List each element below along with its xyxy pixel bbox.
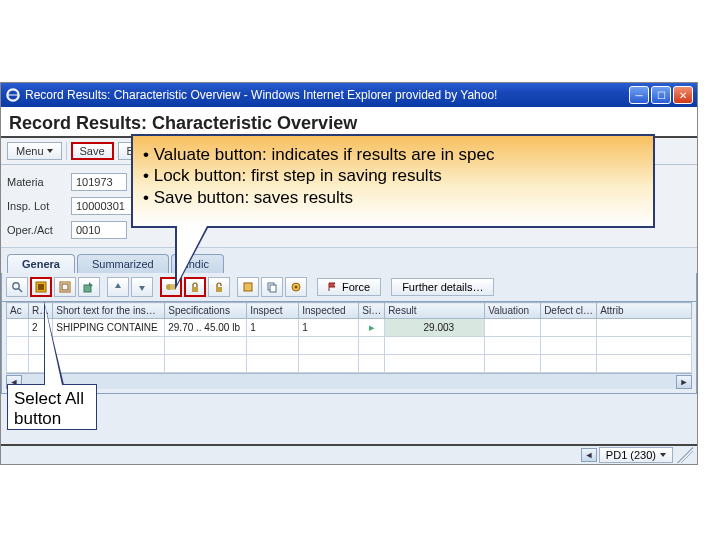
ie-icon	[5, 87, 21, 103]
scroll-right-button[interactable]: ►	[676, 375, 692, 389]
material-field[interactable]	[71, 173, 127, 191]
export-icon[interactable]	[78, 277, 100, 297]
svg-rect-7	[84, 285, 91, 292]
oper-field[interactable]	[71, 221, 127, 239]
insplot-field[interactable]	[71, 197, 137, 215]
detail-icon[interactable]	[237, 277, 259, 297]
status-ok-icon: ▸	[369, 321, 375, 333]
deselect-all-icon[interactable]	[54, 277, 76, 297]
table-row	[7, 337, 692, 355]
tabs: Genera Summarized Indic	[1, 247, 697, 273]
svg-point-1	[13, 283, 19, 289]
system-status[interactable]: PD1 (230)	[599, 447, 673, 463]
svg-rect-14	[270, 285, 276, 292]
annotation-callout: • Valuate button: indicates if results a…	[131, 134, 655, 228]
col-attrib[interactable]: Attrib	[597, 303, 692, 319]
svg-point-16	[295, 286, 298, 289]
svg-rect-12	[244, 283, 252, 291]
svg-rect-6	[62, 284, 68, 290]
material-label: Materia	[7, 176, 63, 188]
tab-general[interactable]: Genera	[7, 254, 75, 273]
insplot-label: Insp. Lot	[7, 200, 63, 212]
window-title: Record Results: Characteristic Overview …	[25, 88, 497, 102]
table-row[interactable]: 2 SHIPPING CONTAINE 29.70 .. 45.00 lb 1 …	[7, 319, 692, 337]
tab-summarized[interactable]: Summarized	[77, 254, 169, 273]
svg-rect-4	[38, 284, 44, 290]
svg-rect-11	[216, 287, 222, 292]
sort-desc-icon[interactable]	[131, 277, 153, 297]
copy-icon[interactable]	[261, 277, 283, 297]
save-button[interactable]: Save	[71, 142, 114, 160]
flag-icon	[328, 282, 338, 292]
sample-icon[interactable]	[285, 277, 307, 297]
titlebar: Record Results: Characteristic Overview …	[1, 83, 697, 107]
maximize-button[interactable]: ☐	[651, 86, 671, 104]
minimize-button[interactable]: ─	[629, 86, 649, 104]
annotation-callout: Select All button	[7, 384, 97, 430]
col-inspect[interactable]: Inspect	[247, 303, 299, 319]
horizontal-scrollbar[interactable]: ◄ ►	[6, 373, 692, 389]
sort-asc-icon[interactable]	[107, 277, 129, 297]
select-all-icon[interactable]	[30, 277, 52, 297]
search-icon[interactable]	[6, 277, 28, 297]
resize-gripper[interactable]	[677, 447, 693, 463]
col-result[interactable]: Result	[385, 303, 485, 319]
chevron-down-icon	[47, 149, 53, 153]
table-row	[7, 355, 692, 373]
icon-toolbar: Force Further details…	[1, 273, 697, 302]
nav-prev-button[interactable]: ◄	[581, 448, 597, 462]
further-details-button[interactable]: Further details…	[391, 278, 494, 296]
col-inspected[interactable]: Inspected	[299, 303, 359, 319]
svg-line-2	[19, 289, 23, 293]
chevron-down-icon	[660, 453, 666, 457]
menu-button[interactable]: Menu	[7, 142, 62, 160]
status-bar: ◄ PD1 (230)	[1, 444, 697, 464]
force-button[interactable]: Force	[317, 278, 381, 296]
col-si[interactable]: Si…	[359, 303, 385, 319]
col-valuation[interactable]: Valuation	[485, 303, 541, 319]
col-short[interactable]: Short text for the ins…	[53, 303, 165, 319]
close-button[interactable]: ✕	[673, 86, 693, 104]
unlock-icon[interactable]	[208, 277, 230, 297]
results-table: Ac R… Short text for the ins… Specificat…	[1, 302, 697, 394]
col-ac[interactable]: Ac	[7, 303, 29, 319]
col-defect[interactable]: Defect cl…	[541, 303, 597, 319]
table-header-row: Ac R… Short text for the ins… Specificat…	[7, 303, 692, 319]
oper-label: Oper./Act	[7, 224, 63, 236]
col-spec[interactable]: Specifications	[165, 303, 247, 319]
